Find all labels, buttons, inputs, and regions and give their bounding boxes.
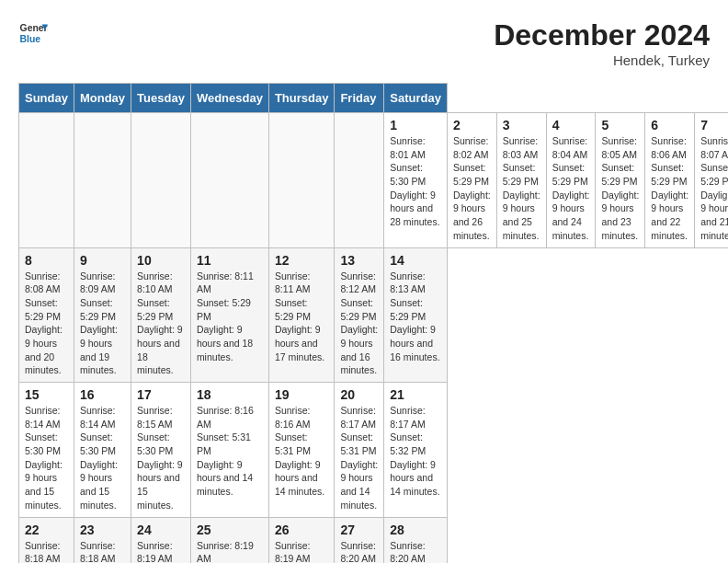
day-info: Sunrise: 8:02 AMSunset: 5:29 PMDaylight:… bbox=[453, 135, 491, 241]
day-info: Sunrise: 8:19 AMSunset: 5:34 PMDaylight:… bbox=[197, 540, 254, 564]
day-number: 5 bbox=[601, 118, 639, 132]
calendar-week-1: 8 Sunrise: 8:08 AMSunset: 5:29 PMDayligh… bbox=[19, 247, 729, 383]
day-info: Sunrise: 8:17 AMSunset: 5:32 PMDaylight:… bbox=[390, 405, 439, 497]
calendar-cell: 17 Sunrise: 8:15 AMSunset: 5:30 PMDaylig… bbox=[131, 383, 191, 518]
day-info: Sunrise: 8:10 AMSunset: 5:29 PMDaylight:… bbox=[137, 270, 183, 376]
location: Hendek, Turkey bbox=[494, 52, 710, 68]
day-number: 21 bbox=[390, 387, 441, 402]
day-header-tuesday: Tuesday bbox=[131, 84, 191, 113]
calendar-cell: 18 Sunrise: 8:16 AMSunset: 5:31 PMDaylig… bbox=[190, 383, 268, 518]
day-number: 15 bbox=[25, 387, 68, 402]
day-info: Sunrise: 8:18 AMSunset: 5:33 PMDaylight:… bbox=[80, 540, 118, 564]
calendar-cell: 5 Sunrise: 8:05 AMSunset: 5:29 PMDayligh… bbox=[596, 113, 645, 248]
day-info: Sunrise: 8:08 AMSunset: 5:29 PMDaylight:… bbox=[25, 270, 63, 376]
calendar-cell: 28 Sunrise: 8:20 AMSunset: 5:36 PMDaylig… bbox=[384, 517, 448, 563]
calendar-cell: 3 Sunrise: 8:03 AMSunset: 5:29 PMDayligh… bbox=[496, 113, 546, 248]
day-number: 17 bbox=[137, 387, 185, 402]
calendar-table: SundayMondayTuesdayWednesdayThursdayFrid… bbox=[18, 83, 728, 563]
logo-icon: General Blue bbox=[18, 18, 48, 48]
day-number: 23 bbox=[80, 523, 125, 537]
day-number: 22 bbox=[25, 523, 68, 537]
day-number: 16 bbox=[80, 387, 125, 402]
day-info: Sunrise: 8:01 AMSunset: 5:30 PMDaylight:… bbox=[390, 135, 439, 227]
calendar-header-row: SundayMondayTuesdayWednesdayThursdayFrid… bbox=[19, 84, 729, 113]
calendar-cell: 12 Sunrise: 8:11 AMSunset: 5:29 PMDaylig… bbox=[268, 247, 335, 383]
month-title: December 2024 bbox=[494, 18, 710, 52]
calendar-cell: 1 Sunrise: 8:01 AMSunset: 5:30 PMDayligh… bbox=[384, 113, 448, 248]
day-info: Sunrise: 8:17 AMSunset: 5:31 PMDaylight:… bbox=[340, 405, 378, 511]
day-number: 8 bbox=[25, 253, 68, 268]
calendar-cell: 15 Sunrise: 8:14 AMSunset: 5:30 PMDaylig… bbox=[19, 383, 74, 518]
day-number: 3 bbox=[503, 118, 540, 132]
day-info: Sunrise: 8:12 AMSunset: 5:29 PMDaylight:… bbox=[340, 270, 378, 376]
day-number: 14 bbox=[390, 253, 441, 268]
day-info: Sunrise: 8:16 AMSunset: 5:31 PMDaylight:… bbox=[275, 405, 324, 497]
day-number: 25 bbox=[197, 523, 263, 537]
day-header-wednesday: Wednesday bbox=[190, 84, 268, 113]
calendar-cell bbox=[268, 113, 335, 248]
day-number: 2 bbox=[453, 118, 491, 132]
day-header-friday: Friday bbox=[335, 84, 384, 113]
day-number: 13 bbox=[340, 253, 378, 268]
calendar-cell: 8 Sunrise: 8:08 AMSunset: 5:29 PMDayligh… bbox=[19, 247, 74, 383]
calendar-cell: 13 Sunrise: 8:12 AMSunset: 5:29 PMDaylig… bbox=[335, 247, 384, 383]
day-number: 11 bbox=[197, 253, 263, 268]
calendar-cell: 11 Sunrise: 8:11 AMSunset: 5:29 PMDaylig… bbox=[190, 247, 268, 383]
svg-text:Blue: Blue bbox=[20, 34, 41, 44]
day-info: Sunrise: 8:14 AMSunset: 5:30 PMDaylight:… bbox=[25, 405, 63, 511]
calendar-week-2: 15 Sunrise: 8:14 AMSunset: 5:30 PMDaylig… bbox=[19, 383, 729, 518]
day-info: Sunrise: 8:05 AMSunset: 5:29 PMDaylight:… bbox=[601, 135, 639, 241]
day-info: Sunrise: 8:14 AMSunset: 5:30 PMDaylight:… bbox=[80, 405, 118, 511]
day-info: Sunrise: 8:19 AMSunset: 5:33 PMDaylight:… bbox=[137, 540, 183, 564]
calendar-cell: 20 Sunrise: 8:17 AMSunset: 5:31 PMDaylig… bbox=[335, 383, 384, 518]
calendar-cell: 7 Sunrise: 8:07 AMSunset: 5:29 PMDayligh… bbox=[695, 113, 728, 248]
calendar-cell bbox=[19, 113, 74, 248]
day-number: 26 bbox=[275, 523, 329, 537]
calendar-body: 1 Sunrise: 8:01 AMSunset: 5:30 PMDayligh… bbox=[19, 113, 729, 564]
day-number: 19 bbox=[275, 387, 329, 402]
day-info: Sunrise: 8:07 AMSunset: 5:29 PMDaylight:… bbox=[700, 135, 728, 241]
calendar-cell: 22 Sunrise: 8:18 AMSunset: 5:32 PMDaylig… bbox=[19, 517, 74, 563]
calendar-cell: 19 Sunrise: 8:16 AMSunset: 5:31 PMDaylig… bbox=[268, 383, 335, 518]
day-number: 6 bbox=[651, 118, 688, 132]
calendar-cell: 4 Sunrise: 8:04 AMSunset: 5:29 PMDayligh… bbox=[546, 113, 596, 248]
day-info: Sunrise: 8:13 AMSunset: 5:29 PMDaylight:… bbox=[390, 270, 439, 362]
day-number: 4 bbox=[552, 118, 590, 132]
day-info: Sunrise: 8:19 AMSunset: 5:35 PMDaylight:… bbox=[275, 540, 324, 564]
day-number: 27 bbox=[340, 523, 378, 537]
calendar-cell bbox=[335, 113, 384, 248]
day-number: 10 bbox=[137, 253, 185, 268]
day-info: Sunrise: 8:09 AMSunset: 5:29 PMDaylight:… bbox=[80, 270, 118, 376]
day-number: 24 bbox=[137, 523, 185, 537]
page-header: General Blue December 2024 Hendek, Turke… bbox=[18, 18, 710, 68]
calendar-cell: 10 Sunrise: 8:10 AMSunset: 5:29 PMDaylig… bbox=[131, 247, 191, 383]
day-header-sunday: Sunday bbox=[19, 84, 74, 113]
calendar-cell: 6 Sunrise: 8:06 AMSunset: 5:29 PMDayligh… bbox=[645, 113, 695, 248]
calendar-week-0: 1 Sunrise: 8:01 AMSunset: 5:30 PMDayligh… bbox=[19, 113, 729, 248]
calendar-cell: 21 Sunrise: 8:17 AMSunset: 5:32 PMDaylig… bbox=[384, 383, 448, 518]
day-info: Sunrise: 8:20 AMSunset: 5:35 PMDaylight:… bbox=[340, 540, 378, 564]
calendar-week-3: 22 Sunrise: 8:18 AMSunset: 5:32 PMDaylig… bbox=[19, 517, 729, 563]
day-info: Sunrise: 8:11 AMSunset: 5:29 PMDaylight:… bbox=[275, 270, 324, 362]
day-header-thursday: Thursday bbox=[268, 84, 335, 113]
day-info: Sunrise: 8:06 AMSunset: 5:29 PMDaylight:… bbox=[651, 135, 688, 241]
day-info: Sunrise: 8:04 AMSunset: 5:29 PMDaylight:… bbox=[552, 135, 590, 241]
calendar-cell bbox=[131, 113, 191, 248]
day-number: 28 bbox=[390, 523, 441, 537]
day-number: 12 bbox=[275, 253, 329, 268]
day-number: 18 bbox=[197, 387, 263, 402]
logo: General Blue bbox=[18, 18, 48, 48]
calendar-cell: 25 Sunrise: 8:19 AMSunset: 5:34 PMDaylig… bbox=[190, 517, 268, 563]
calendar-cell: 14 Sunrise: 8:13 AMSunset: 5:29 PMDaylig… bbox=[384, 247, 448, 383]
calendar-cell: 23 Sunrise: 8:18 AMSunset: 5:33 PMDaylig… bbox=[74, 517, 131, 563]
calendar-cell bbox=[74, 113, 131, 248]
day-number: 9 bbox=[80, 253, 125, 268]
calendar-cell: 9 Sunrise: 8:09 AMSunset: 5:29 PMDayligh… bbox=[74, 247, 131, 383]
day-info: Sunrise: 8:03 AMSunset: 5:29 PMDaylight:… bbox=[503, 135, 540, 241]
day-header-saturday: Saturday bbox=[384, 84, 448, 113]
day-header-monday: Monday bbox=[74, 84, 131, 113]
day-info: Sunrise: 8:11 AMSunset: 5:29 PMDaylight:… bbox=[197, 270, 254, 362]
calendar-cell: 26 Sunrise: 8:19 AMSunset: 5:35 PMDaylig… bbox=[268, 517, 335, 563]
day-info: Sunrise: 8:16 AMSunset: 5:31 PMDaylight:… bbox=[197, 405, 254, 497]
calendar-cell: 24 Sunrise: 8:19 AMSunset: 5:33 PMDaylig… bbox=[131, 517, 191, 563]
